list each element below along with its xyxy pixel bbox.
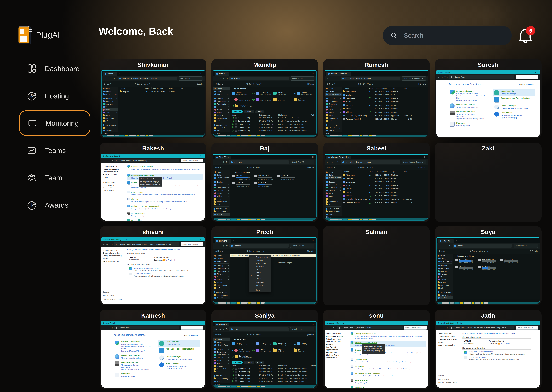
screenshot-icon — [235, 123, 237, 125]
drive-icon — [455, 259, 458, 261]
shield-icon — [127, 174, 130, 177]
user-tile-suresh[interactable]: Suresh Control Panel – × ←→∨↑ ▦ › Contro… — [435, 59, 542, 138]
cp-nav-item: User Accounts — [103, 179, 123, 181]
gallery-icon — [438, 258, 440, 259]
explorer-tab-bar: This PC× + – □ — [437, 238, 540, 243]
explorer-sidebar-item: Videos✦ — [437, 278, 453, 281]
active-network: L O K I 3Public network Access type: Int… — [129, 256, 202, 261]
file-row: GTA Vice City Delux Setup ☁ 6/10/2015 2:… — [342, 197, 428, 201]
quick-access-label: ⌄ Quick access — [232, 338, 316, 341]
explorer-status-bar: 9 items | — [325, 132, 428, 135]
drive-card: New Volume (D:) 72.8 GB free of 72.9 GB — [254, 175, 275, 180]
user-tile-sabeel[interactable]: Sabeel lokesh - Personal× + – □ ← → ↑ ↻ … — [323, 142, 430, 222]
pc-icon — [326, 214, 328, 215]
user-tile-soya[interactable]: Soya This PC× + – □ ← → ↑ ↻ This PC › Se… — [435, 226, 542, 306]
people-icon — [27, 173, 36, 182]
search-bar[interactable] — [383, 26, 512, 45]
explorer-sidebar-item: Videos✦ — [213, 111, 230, 114]
explorer-sidebar-item: Downloads✦ — [213, 103, 230, 105]
see-also-item: See also — [438, 374, 458, 377]
sidebar-item-team[interactable]: Team — [19, 164, 90, 191]
file-row: Attachments ☁ 8/26/2024 3:05 PMFile fold… — [342, 173, 428, 177]
pill-shared: Shared — [255, 361, 264, 364]
user-tile-jatin[interactable]: Jatin Network and Sharing Center – × ←→∨… — [435, 310, 542, 389]
sidebar-item-awards[interactable]: $ Awards — [19, 191, 90, 219]
file-row: Documents ✓ 8/20/2025 7:55 PMFile folder — [342, 180, 428, 184]
quick-access-item: ✓ Documentslokesh - Personal — [253, 341, 273, 347]
user-tile-shivani[interactable]: shivani Network and Sharing Center – × ←… — [100, 226, 206, 306]
user-tile-raj[interactable]: Raj This PC× + – □ ← → ↑ ↻ This PC › Sea… — [211, 142, 318, 222]
pc-icon — [326, 130, 328, 132]
explorer-sidebar-item: L0Ki S24 Ultra — [213, 291, 230, 294]
search-input[interactable] — [404, 32, 504, 39]
refresh-icon: ↻ — [226, 77, 228, 80]
user-tile-ramesh[interactable]: Ramesh lokesh - Personal× + – □ ← → ↑ ↻ … — [323, 59, 430, 138]
home-icon — [103, 88, 104, 90]
cloud-icon — [231, 78, 233, 79]
explorer-main: ⌄ Devices and drives WIN-11 (C:) 19.0 GB… — [453, 254, 540, 299]
sidebar-item-label: Awards — [45, 201, 68, 209]
screenshot-icon — [235, 120, 237, 122]
folder-icon — [214, 284, 216, 286]
explorer-nav-bar: ← → ↑ ↻ OneDrive › lokesh - Personal › S… — [325, 76, 428, 81]
onedrive-cloud-icon: ☁ — [369, 115, 370, 117]
user-tile-saniya[interactable]: Saniya Home× + – □ ← → ↑ ↻ Home › Search… — [211, 310, 318, 389]
pin-icon: ✦ — [228, 181, 229, 183]
sidebar-item-dashboard[interactable]: Dashboard — [19, 55, 90, 82]
user-tile-manidip[interactable]: Manidip Home× + – □ ← → ↑ ↻ Home › Searc… — [211, 59, 318, 138]
notifications-button[interactable]: 6 — [518, 28, 534, 44]
monitor-icon — [28, 118, 37, 128]
explorer-sidebar-item: Desktop✦ — [102, 97, 118, 100]
desktop-icon — [232, 92, 235, 95]
see-also-item: See also — [103, 291, 123, 294]
pin-icon: ✦ — [340, 112, 341, 113]
refund-icon: $ — [27, 200, 36, 210]
user-tile-zaki[interactable]: Zaki — [435, 142, 542, 222]
context-menu-item: •Tiles — [249, 274, 271, 277]
folder-icon — [326, 114, 328, 116]
music-icon — [214, 360, 216, 361]
explorer-sidebar-item: Pictures✦ — [325, 105, 342, 108]
cp-nav-item: Programs — [326, 343, 346, 346]
display-icon — [351, 348, 353, 352]
user-tile-shivkumar[interactable]: Shivkumar Music× + – □ ← → ↑ ↻ OneDrive … — [100, 59, 206, 138]
home-icon — [214, 338, 216, 340]
downloads-icon — [273, 343, 276, 345]
screen-thumbnail: lokesh - Personal× + – □ ← → ↑ ↻ OneDriv… — [325, 154, 428, 221]
explorer-search-box: Search This PC — [290, 160, 314, 164]
explorer-sidebar-item: Internal storag — [213, 126, 230, 129]
user-tile-sonu[interactable]: sonu System and Security – × ←→∨↑ ▦ › Co… — [323, 310, 430, 389]
active-networks-label: View your active networks — [127, 253, 196, 255]
folder-icon — [438, 284, 440, 286]
clock-icon — [494, 105, 499, 110]
user-tile-salman[interactable]: Salman — [323, 226, 430, 306]
quick-access-item: ☁ Musiclokesh - Personal — [232, 97, 253, 102]
explorer-sidebar-item: Home — [102, 87, 118, 90]
cp-category-item: Ease of AccessLet Windows suggest settin… — [158, 361, 200, 371]
recent-headers: NameDate accessedFile locationActivity — [232, 365, 316, 367]
explorer-sidebar-item: images — [213, 281, 230, 284]
recent-row: ✓Screenshot (21) 8/26/2025 4:08 PMlokesh… — [232, 373, 316, 377]
onedrive-cloud-icon: ☁ — [369, 108, 370, 110]
synced-check-icon: ✓ — [232, 374, 234, 376]
user-tile-preeti[interactable]: Preeti Network× + – □ ← → ↑ ↻ Network › … — [211, 226, 318, 306]
pin-icon: ✦ — [228, 363, 229, 364]
folder-icon — [214, 282, 216, 283]
user-tile-rakesh[interactable]: Rakesh System and Security – × ←→∨↑ ▦ › … — [100, 142, 206, 222]
pin-icon: ✦ — [228, 103, 229, 105]
onedrive-cloud-icon: ☁ — [232, 349, 233, 351]
svg-text:$: $ — [30, 203, 33, 207]
up-icon: ↑ — [111, 77, 113, 80]
folder-icon — [343, 191, 345, 193]
drive-icon — [254, 182, 257, 184]
sidebar-item-monitoring[interactable]: Monitoring — [19, 110, 90, 136]
sidebar-item-hosting[interactable]: $ Hosting — [19, 82, 90, 110]
new-tab-icon: + — [232, 239, 234, 242]
drive-icon — [455, 266, 458, 268]
user-tile-kamesh[interactable]: Kamesh Control Panel – × ←→∨↑ ▦ › Contro… — [100, 310, 206, 389]
sidebar-item-teams[interactable]: Teams — [19, 137, 90, 164]
cp-address-bar: ←→∨↑ ▦ › Control Panel › — [101, 325, 205, 330]
file-list-headers: Name ^Status Date modifiedTypeSize — [342, 86, 428, 90]
window-controls: – × — [530, 71, 538, 73]
see-also-item: Windows Defender Firewall — [438, 381, 458, 384]
